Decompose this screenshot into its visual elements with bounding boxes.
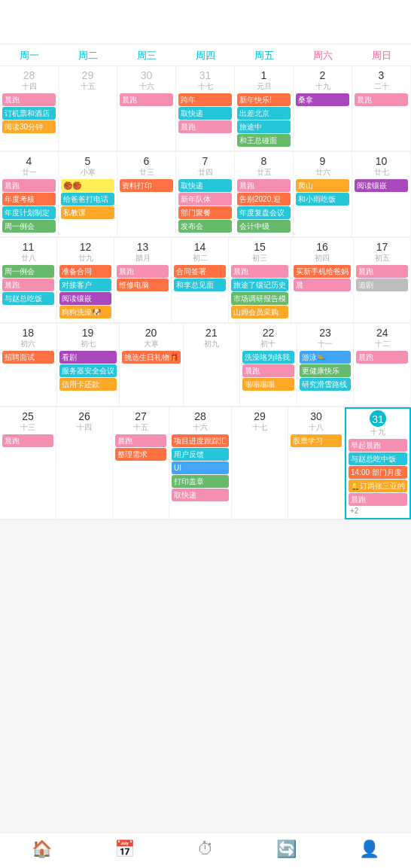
event-block[interactable]: 阅读30分钟 [2,120,56,133]
day-cell[interactable]: 22初十洗澡咯为咯我晨跑嗡嗡嗡嗡 [240,324,297,407]
event-block[interactable]: 晨跑 [355,93,408,106]
event-block[interactable]: 取快递 [178,179,232,192]
day-cell[interactable]: 17初五晨跑追剧 [354,238,411,323]
event-block[interactable]: 旅途中 [237,120,291,133]
event-block[interactable]: 嗡嗡嗡嗡 [242,378,294,391]
event-block[interactable]: 取快递 [178,107,232,120]
event-block[interactable]: 维修电脑 [117,279,169,291]
event-block[interactable]: 服务器安全会议 [59,364,117,377]
event-block[interactable]: 晨跑 [242,364,294,377]
event-block[interactable]: 整理需求 [115,448,166,461]
event-block[interactable]: 晨跑 [231,265,288,278]
day-cell[interactable]: 12廿九准备合同对接客户阅读镶嵌狗狗洗澡🐶 [57,238,114,323]
event-block[interactable]: 早起晨跑 [349,439,407,452]
calendar-nav[interactable]: 📅 [114,839,135,859]
event-block[interactable]: 晨跑 [120,93,173,106]
event-block[interactable]: 取快递 [172,489,229,501]
event-block[interactable]: 山姆会员采购 [231,306,288,318]
event-block[interactable]: 洗澡咯为咯我 [242,351,294,364]
day-cell[interactable]: 10廿七阅读镶嵌 [352,152,411,237]
event-block[interactable]: 股票学习 [291,434,342,447]
event-block[interactable]: 私教课 [61,206,114,219]
day-cell[interactable]: 25十三晨跑 [0,407,56,519]
timer-nav[interactable]: ⏱ [197,839,214,859]
day-cell[interactable]: 30十六晨跑 [117,66,176,151]
event-block[interactable]: 信用卡还款 [59,378,117,391]
event-block[interactable]: 部门聚餐 [178,206,232,219]
event-block[interactable]: 新年队体 [178,193,232,206]
day-cell[interactable]: 6廿三资料打印 [117,152,176,237]
day-cell[interactable]: 27十五晨跑整理需求 [113,407,169,519]
event-block[interactable]: 年度考核 [2,193,56,206]
event-block[interactable]: 和李总见面 [174,279,226,291]
day-cell[interactable]: 1元旦新年快乐!出差北京旅途中和王总碰面 [235,66,294,151]
event-block[interactable]: 阅读镶嵌 [59,292,111,305]
event-block[interactable]: 招聘面试 [2,351,54,364]
event-block[interactable]: 晨跑 [356,351,408,364]
event-block[interactable]: 会计中级 [237,220,291,233]
event-block[interactable]: 订机票和酒店 [2,107,56,120]
event-block[interactable]: 年度计划制定 [2,206,56,219]
event-block[interactable]: 和王总碰面 [237,134,291,147]
event-block[interactable]: 旅途了镶记历史 [231,279,288,291]
day-cell[interactable]: 13腊月晨跑维修电脑 [114,238,172,323]
event-block[interactable]: 阅读镶嵌 [355,179,408,192]
day-cell[interactable]: 11廿八周一例会晨跑与赵总吃饭 [0,238,57,323]
event-block[interactable]: 告别2020,迎 [237,193,291,206]
day-cell[interactable]: 4廿一晨跑年度考核年度计划制定周一例会 [0,152,59,237]
day-cell[interactable]: 31十七跨年取快递晨跑 [176,66,235,151]
day-cell[interactable]: 19初七看剧服务器安全会议信用卡还款 [57,324,120,407]
event-block[interactable]: 市场调研报告模 [231,292,288,305]
event-block[interactable]: 晨跑 [115,434,166,447]
event-block[interactable]: 跨年 [178,93,232,106]
event-block[interactable]: 打印盖章 [172,475,229,488]
event-block[interactable]: 准备合同 [59,265,111,278]
day-cell[interactable]: 14初二合同签署和李总见面 [172,238,229,323]
event-block[interactable]: 资料打印 [120,179,173,192]
event-block[interactable]: 晨跑 [178,120,232,133]
event-block[interactable]: UI [172,461,229,474]
event-block[interactable]: 游泳🏊 [300,351,352,364]
event-block[interactable]: 晨跑 [2,279,54,291]
day-cell[interactable]: 3二十晨跑 [352,66,411,151]
event-block[interactable]: 晨跑 [2,179,56,192]
day-cell[interactable]: 2十九桑拿 [294,66,352,151]
event-block[interactable]: 与赵总吃中饭 [349,452,407,465]
event-block[interactable]: 项目进度跟踪汇 [172,434,229,447]
day-cell[interactable]: 8廿五晨跑告别2020,迎年度复盘会议会计中级 [235,152,294,237]
event-block[interactable]: 追剧 [356,279,408,291]
day-cell[interactable]: 20大寒挑选生日礼物🎁 [120,324,184,407]
event-block[interactable]: 周一例会 [2,220,56,233]
event-block[interactable]: 与赵总吃饭 [2,292,54,305]
day-cell[interactable]: 16初四买新手机给爸妈晨 [291,238,354,323]
day-cell[interactable]: 15初三晨跑旅途了镶记历史市场调研报告模山姆会员采购 [229,238,291,323]
event-block[interactable]: 晨跑 [2,93,56,106]
event-block[interactable]: 桑拿 [296,93,349,106]
event-block[interactable]: 晨跑 [349,493,407,506]
day-cell[interactable]: 28十四晨跑订机票和酒店阅读30分钟 [0,66,59,151]
day-cell[interactable]: 21初九 [184,324,241,407]
day-cell[interactable]: 18初六招聘面试 [0,324,57,407]
day-cell[interactable]: 30十八股票学习 [288,407,345,519]
more-events[interactable]: +2 [348,507,408,515]
event-block[interactable]: 挑选生日礼物🎁 [122,351,181,364]
event-block[interactable]: 晨跑 [356,265,408,278]
event-block[interactable]: 对接客户 [59,279,111,291]
event-block[interactable]: 晨跑 [2,434,53,447]
event-block[interactable]: 狗狗洗澡🐶 [59,306,111,318]
day-cell[interactable]: 9廿六爬山和小雨吃饭 [294,152,352,237]
sync-nav[interactable]: 🔄 [276,839,297,859]
day-cell[interactable]: 5小寒🏀🏀给爸爸打电话私教课 [59,152,117,237]
event-block[interactable]: 14:00 部门月度 [349,466,407,479]
event-block[interactable]: 更健康快乐 [300,364,352,377]
day-cell[interactable]: 7廿四取快递新年队体部门聚餐发布会 [176,152,235,237]
event-block[interactable]: 晨 [294,279,351,291]
day-cell[interactable]: 28十六项目进度跟踪汇用户反馈UI打印盖章取快递 [169,407,232,519]
event-block[interactable]: 看剧 [59,351,117,364]
event-block[interactable]: 🏀🏀 [61,179,114,192]
event-block[interactable]: 新年快乐! [237,93,291,106]
event-block[interactable]: 用户反馈 [172,448,229,461]
day-cell[interactable]: 29十五 [59,66,117,151]
event-block[interactable]: 发布会 [178,220,232,233]
day-cell[interactable]: 26十四 [56,407,113,519]
